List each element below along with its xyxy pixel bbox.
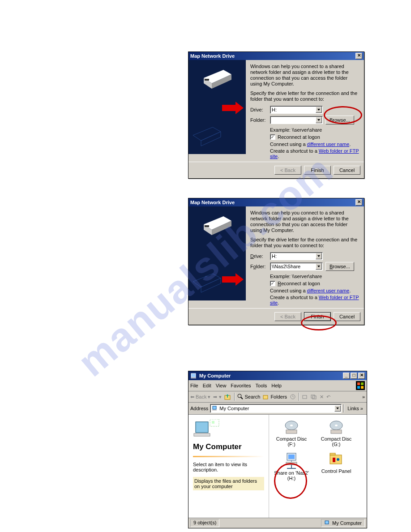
copyto-icon [311,394,317,400]
panel-desc: Select an item to view its description. [193,462,264,472]
menu-tools[interactable]: Tools [256,383,267,388]
finish-button[interactable]: Finish [304,166,331,175]
svg-point-38 [335,425,338,426]
close-button[interactable]: ✕ [355,53,362,59]
cd-drive-icon [283,419,300,435]
reconnect-label: Reconnect at logon [278,134,320,140]
divider [193,456,264,457]
svg-rect-51 [325,524,329,525]
svg-rect-50 [325,521,329,524]
close-button[interactable]: ✕ [358,373,365,379]
address-bar: Address My Computer Links » [188,403,367,415]
dropdown-icon[interactable] [334,405,341,412]
titlebar: Map Network Drive ✕ [188,198,364,206]
svg-rect-47 [330,453,335,455]
dropdown-icon[interactable] [316,253,322,259]
search-icon [237,394,244,400]
different-user-link[interactable]: different user name [307,288,350,293]
description-1: Windows can help you connect to a shared… [250,64,360,87]
search-button[interactable]: Search [237,394,261,400]
folder-label: Folder: [250,264,270,269]
reconnect-checkbox[interactable]: ✓ [270,134,275,140]
drive-share-h[interactable]: Share on 'Nas2' (H:) [274,451,309,481]
folders-button[interactable]: Folders [263,394,287,400]
folders-icon [263,394,269,400]
my-computer-icon [190,372,197,379]
dropdown-icon[interactable] [316,263,322,270]
shortcut-text: Create a shortcut to a Web folder or FTP… [270,148,360,159]
menu-edit[interactable]: Edit [203,383,211,388]
cancel-button[interactable]: Cancel [334,166,360,175]
maximize-button[interactable]: □ [351,373,357,379]
svg-rect-30 [196,422,208,433]
control-panel-icon [328,451,344,468]
drive-g[interactable]: Compact Disc (G:) [318,419,354,447]
control-panel[interactable]: Control Panel [318,451,354,481]
dropdown-icon[interactable] [316,107,322,113]
drive-label: Drive: [250,107,270,112]
svg-rect-26 [311,395,315,398]
svg-rect-25 [303,395,307,399]
menu-help[interactable]: Help [271,383,282,388]
panel-hint: Displays the files and folders on your c… [193,477,264,490]
history-button[interactable] [290,394,296,400]
back-button: < Back [274,166,301,175]
folder-combo[interactable] [270,116,323,124]
reconnect-checkbox[interactable]: ✓ [270,281,275,286]
title-text: Map Network Drive [190,198,235,206]
windows-logo-icon [356,381,365,390]
red-arrow-1 [222,102,244,114]
toolbar-more[interactable]: » [362,394,365,399]
svg-rect-19 [361,386,364,389]
browse-button[interactable]: Browse... [325,262,354,271]
drive-combo[interactable]: H: [270,106,323,114]
svg-point-35 [290,425,293,426]
move-to-button[interactable] [302,394,308,400]
titlebar: Map Network Drive ✕ [188,52,364,60]
svg-rect-46 [330,455,342,464]
copy-to-button[interactable] [311,394,317,400]
titlebar: My Computer _ □ ✕ [188,371,367,380]
delete-button[interactable]: ✕ [320,394,324,400]
dialog-button-row: < Back Finish Cancel [188,308,364,325]
svg-rect-41 [288,455,295,459]
close-button[interactable]: ✕ [355,199,362,206]
svg-rect-36 [286,430,297,433]
svg-rect-48 [333,458,335,462]
menu-favorites[interactable]: Favorites [231,383,251,388]
info-panel: My Computer Select an item to view its d… [188,415,269,518]
cancel-button[interactable]: Cancel [334,312,360,321]
links-button[interactable]: Links » [346,406,365,411]
red-arrow-2 [222,273,244,286]
menu-file[interactable]: File [190,383,198,388]
back-button[interactable]: ⬅ Back ▾ [190,394,210,400]
status-bar: 9 object(s) My Computer [188,518,367,528]
panel-title: My Computer [193,442,264,451]
map-drive-dialog-1: Map Network Drive ✕ Windows can help you… [188,51,364,179]
svg-rect-42 [286,462,297,465]
shortcut-text: Create a shortcut to a Web folder or FTP… [270,295,360,305]
forward-button[interactable]: ➡ ▾ [213,394,221,400]
address-combo[interactable]: My Computer [210,404,342,413]
browse-button[interactable]: Browse... [325,116,354,124]
title-text: Map Network Drive [190,52,235,60]
folder-up-icon [224,393,231,400]
my-computer-large-icon [193,419,220,438]
menu-bar: File Edit View Favorites Tools Help [188,380,367,391]
dropdown-icon[interactable] [316,117,322,123]
undo-button[interactable]: ↶ [326,394,330,400]
folder-combo[interactable]: \\Nas2\Share [270,262,323,270]
finish-button[interactable]: Finish [304,312,331,321]
svg-rect-17 [361,382,364,385]
icon-area: Compact Disc (F:) Compact Disc (G:) Shar… [269,415,367,518]
different-user-link[interactable]: different user name [307,142,350,147]
title-text: My Computer [199,372,231,380]
menu-view[interactable]: View [216,383,227,388]
minimize-button[interactable]: _ [343,373,350,379]
drive-combo[interactable]: H: [270,252,323,260]
svg-rect-18 [357,386,360,389]
svg-rect-16 [357,382,360,385]
drive-f[interactable]: Compact Disc (F:) [274,419,309,447]
up-button[interactable] [224,393,231,400]
folder-label: Folder: [250,117,270,123]
